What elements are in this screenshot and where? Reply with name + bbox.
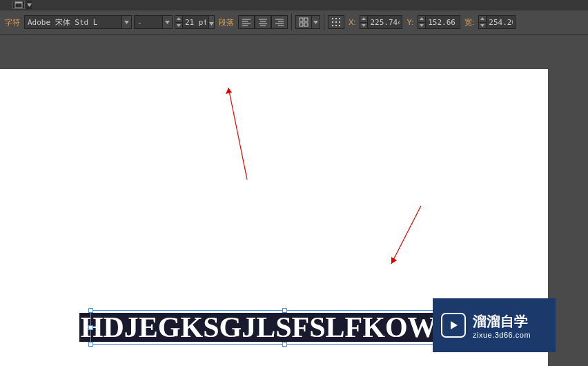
options-bar: 字符 段落 — [0, 10, 588, 35]
x-spinner[interactable] — [360, 15, 402, 29]
y-input[interactable] — [426, 15, 460, 29]
svg-line-29 — [391, 206, 421, 264]
x-input[interactable] — [368, 15, 402, 29]
anchor-combo[interactable] — [328, 15, 344, 29]
svg-rect-16 — [300, 23, 303, 26]
font-size-input[interactable] — [183, 15, 209, 29]
watermark-title: 溜溜自学 — [473, 312, 531, 331]
grid-dropdown[interactable] — [312, 15, 320, 29]
font-family-combo[interactable] — [24, 15, 132, 29]
window-icon[interactable] — [12, 1, 25, 9]
x-label: X: — [346, 18, 357, 26]
svg-rect-17 — [304, 23, 308, 26]
svg-line-27 — [228, 88, 247, 180]
play-icon — [441, 313, 466, 338]
font-family-dropdown[interactable] — [121, 16, 131, 28]
font-size-spinner[interactable] — [175, 15, 215, 29]
grid-icon[interactable] — [295, 15, 312, 29]
font-family-input[interactable] — [25, 18, 121, 27]
svg-rect-18 — [332, 18, 333, 19]
anchor-icon[interactable] — [328, 15, 344, 29]
svg-rect-20 — [339, 18, 340, 19]
y-label: Y: — [404, 18, 415, 26]
menu-strip — [0, 0, 588, 10]
text-frame[interactable]: HDJEGKSGJLSFSLFKOWEJF — [90, 310, 478, 345]
svg-rect-24 — [332, 25, 333, 26]
align-left-button[interactable] — [238, 15, 255, 29]
size-up[interactable] — [175, 16, 182, 23]
svg-rect-15 — [304, 18, 308, 21]
align-right-button[interactable] — [271, 15, 288, 29]
svg-rect-19 — [335, 18, 337, 19]
size-down[interactable] — [175, 23, 182, 29]
font-size-dropdown[interactable] — [209, 15, 215, 29]
align-group — [238, 15, 288, 29]
svg-rect-22 — [335, 21, 337, 23]
font-style-dropdown[interactable] — [162, 16, 172, 28]
svg-marker-28 — [226, 88, 232, 94]
paragraph-label: 段落 — [217, 17, 236, 28]
svg-rect-21 — [332, 21, 333, 23]
w-spinner[interactable] — [478, 15, 516, 29]
w-label: 宽: — [462, 17, 476, 28]
w-input[interactable] — [487, 15, 516, 29]
svg-rect-25 — [335, 25, 337, 26]
font-style-input[interactable] — [135, 18, 162, 27]
svg-rect-26 — [339, 25, 340, 26]
window-dropdown[interactable] — [26, 1, 32, 9]
svg-rect-23 — [339, 21, 340, 23]
watermark-url: zixue.3d66.com — [473, 331, 531, 339]
watermark: 溜溜自学 zixue.3d66.com — [433, 298, 556, 352]
align-center-button[interactable] — [255, 15, 271, 29]
annotation-arrow-2 — [384, 204, 426, 273]
font-style-combo[interactable] — [134, 15, 173, 29]
svg-rect-14 — [300, 18, 303, 21]
svg-marker-30 — [391, 257, 397, 264]
svg-rect-1 — [15, 2, 22, 3]
char-label: 字符 — [3, 17, 22, 28]
grid-combo[interactable] — [295, 15, 320, 29]
annotation-arrow-1 — [221, 76, 255, 183]
y-spinner[interactable] — [418, 15, 460, 29]
text-content[interactable]: HDJEGKSGJLSFSLFKOWEJF — [79, 313, 489, 342]
